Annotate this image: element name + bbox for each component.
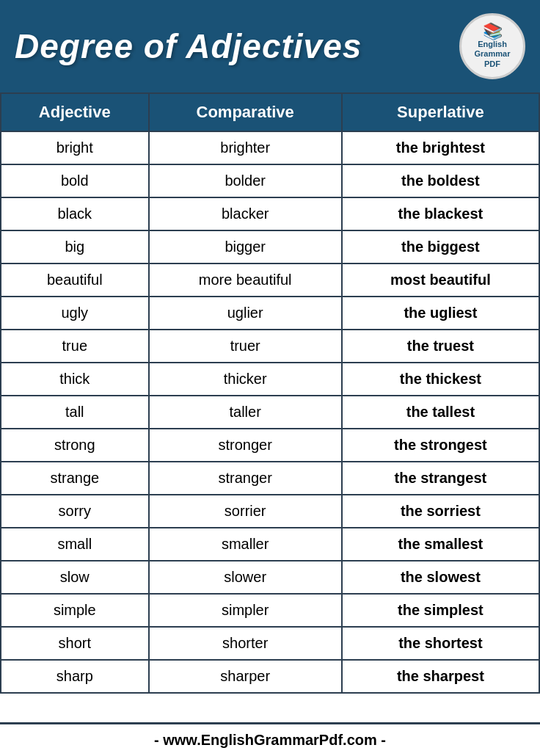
table-row: simplesimplerthe simplest <box>1 594 539 627</box>
comparative-cell: slower <box>149 561 342 594</box>
table-row: truetruerthe truest <box>1 330 539 363</box>
comparative-cell: bolder <box>149 164 342 197</box>
comparative-cell: simpler <box>149 594 342 627</box>
superlative-cell: the strongest <box>342 429 539 462</box>
superlative-cell: the shortest <box>342 627 539 660</box>
footer: - www.EnglishGrammarPdf.com - <box>0 722 540 756</box>
comparative-cell: uglier <box>149 297 342 330</box>
adjective-cell: bold <box>1 164 149 197</box>
col-comparative: Comparative <box>149 93 342 131</box>
table-row: strongstrongerthe strongest <box>1 429 539 462</box>
table-row: slowslowerthe slowest <box>1 561 539 594</box>
superlative-cell: the sorriest <box>342 495 539 528</box>
adjective-cell: black <box>1 197 149 230</box>
col-superlative: Superlative <box>342 93 539 131</box>
adjective-cell: ugly <box>1 297 149 330</box>
superlative-cell: the boldest <box>342 164 539 197</box>
table-row: strangestrangerthe strangest <box>1 462 539 495</box>
adjective-cell: simple <box>1 594 149 627</box>
page-title: Degree of Adjectives <box>15 26 362 66</box>
table-row: sorrysorrierthe sorriest <box>1 495 539 528</box>
table-row: talltallerthe tallest <box>1 396 539 429</box>
comparative-cell: blacker <box>149 197 342 230</box>
comparative-cell: stranger <box>149 462 342 495</box>
col-adjective: Adjective <box>1 93 149 131</box>
brand-badge: 📚 EnglishGrammarPDF <box>459 13 525 79</box>
superlative-cell: most beautiful <box>342 263 539 297</box>
adjectives-table: Adjective Comparative Superlative bright… <box>0 92 540 694</box>
table-row: brightbrighterthe brightest <box>1 131 539 164</box>
adjective-cell: sharp <box>1 660 149 693</box>
adjective-cell: true <box>1 330 149 363</box>
comparative-cell: smaller <box>149 528 342 561</box>
table-row: sharpsharperthe sharpest <box>1 660 539 693</box>
comparative-cell: truer <box>149 330 342 363</box>
adjective-cell: short <box>1 627 149 660</box>
comparative-cell: shorter <box>149 627 342 660</box>
table-row: uglyuglierthe ugliest <box>1 297 539 330</box>
comparative-cell: taller <box>149 396 342 429</box>
table-container: Adjective Comparative Superlative bright… <box>0 92 540 722</box>
adjective-cell: sorry <box>1 495 149 528</box>
table-row: bigbiggerthe biggest <box>1 230 539 263</box>
adjective-cell: beautiful <box>1 263 149 297</box>
table-row: thickthickerthe thickest <box>1 363 539 396</box>
table-row: beautifulmore beautifulmost beautiful <box>1 263 539 297</box>
table-row: boldbolderthe boldest <box>1 164 539 197</box>
superlative-cell: the tallest <box>342 396 539 429</box>
superlative-cell: the strangest <box>342 462 539 495</box>
superlative-cell: the thickest <box>342 363 539 396</box>
adjective-cell: strong <box>1 429 149 462</box>
footer-text: - www.EnglishGrammarPdf.com - <box>154 732 386 748</box>
badge-text: EnglishGrammarPDF <box>475 40 511 69</box>
superlative-cell: the blackest <box>342 197 539 230</box>
adjective-cell: bright <box>1 131 149 164</box>
comparative-cell: sorrier <box>149 495 342 528</box>
table-header-row: Adjective Comparative Superlative <box>1 93 539 131</box>
adjective-cell: slow <box>1 561 149 594</box>
superlative-cell: the ugliest <box>342 297 539 330</box>
adjective-cell: big <box>1 230 149 263</box>
comparative-cell: sharper <box>149 660 342 693</box>
comparative-cell: more beautiful <box>149 263 342 297</box>
adjective-cell: small <box>1 528 149 561</box>
table-row: smallsmallerthe smallest <box>1 528 539 561</box>
superlative-cell: the smallest <box>342 528 539 561</box>
table-row: shortshorterthe shortest <box>1 627 539 660</box>
superlative-cell: the brightest <box>342 131 539 164</box>
superlative-cell: the truest <box>342 330 539 363</box>
comparative-cell: stronger <box>149 429 342 462</box>
badge-icon: 📚 <box>483 23 503 40</box>
adjective-cell: tall <box>1 396 149 429</box>
superlative-cell: the sharpest <box>342 660 539 693</box>
header: Degree of Adjectives 📚 EnglishGrammarPDF <box>0 0 540 92</box>
superlative-cell: the biggest <box>342 230 539 263</box>
comparative-cell: brighter <box>149 131 342 164</box>
superlative-cell: the slowest <box>342 561 539 594</box>
table-row: blackblackerthe blackest <box>1 197 539 230</box>
adjective-cell: thick <box>1 363 149 396</box>
comparative-cell: thicker <box>149 363 342 396</box>
adjective-cell: strange <box>1 462 149 495</box>
comparative-cell: bigger <box>149 230 342 263</box>
superlative-cell: the simplest <box>342 594 539 627</box>
